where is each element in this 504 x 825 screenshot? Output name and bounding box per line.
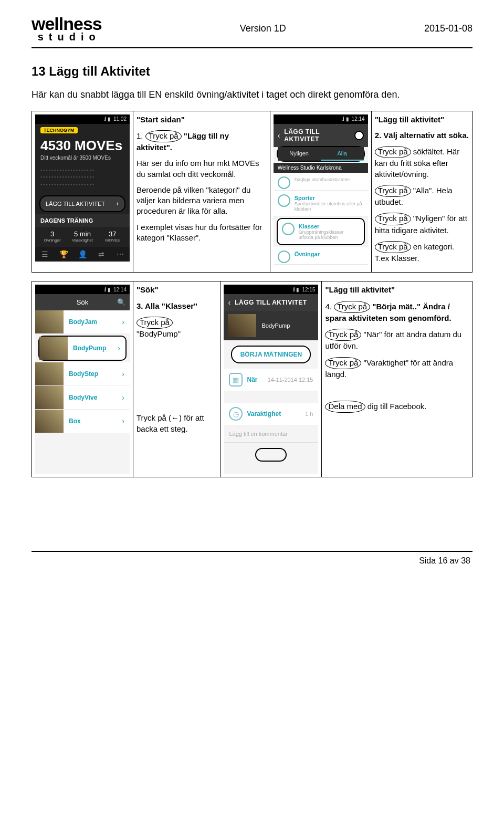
- tab-nyligen[interactable]: Nyligen: [278, 147, 321, 161]
- list-item-sporter[interactable]: Sporter Sportaktiviteter utomhus eller p…: [274, 191, 368, 216]
- search-icon[interactable]: [354, 131, 364, 140]
- oval-annotation: Dela med: [325, 401, 365, 413]
- category-icon: [278, 250, 290, 263]
- oval-annotation: Tryck på: [325, 329, 361, 341]
- back-icon[interactable]: ‹: [278, 131, 280, 140]
- signal-icon: .ıll: [104, 287, 105, 293]
- tab-alla[interactable]: Alla: [321, 147, 364, 161]
- list-item[interactable]: BodyJam›: [35, 310, 130, 334]
- oval-annotation: Tryck på: [145, 130, 182, 142]
- calendar-icon: ▦: [229, 373, 243, 387]
- screen-title: LÄGG TILL AKTIVITET: [235, 299, 314, 306]
- oval-annotation: Tryck på: [136, 317, 173, 329]
- logo-sub: studio: [32, 31, 102, 43]
- screenshot-detail: .ıll▮12:15 ‹ LÄGG TILL AKTIVITET BodyPum…: [224, 285, 318, 474]
- chevron-right-icon: ›: [122, 370, 130, 378]
- date-label: 2015-01-08: [424, 16, 472, 34]
- tabs: Nyligen Alla: [278, 147, 364, 161]
- header-divider: [32, 47, 472, 48]
- ann4-title: "Lägg till aktivitet": [325, 285, 395, 294]
- screenshot-search: .ıll▮12:14 Sök 🔍 BodyJam› BodyPump› Body…: [35, 285, 130, 474]
- ann1-title: "Start sidan": [136, 115, 185, 124]
- screen-title: LÄGG TILL AKTIVITET: [284, 128, 350, 143]
- battery-icon: ▮: [108, 287, 111, 293]
- when-row[interactable]: ▦ När 14-11-2014 12:15: [224, 369, 318, 391]
- category-icon: [278, 194, 290, 207]
- bottom-nav[interactable]: ☰ 🏆 👤 ⇄ ⋯: [35, 247, 130, 262]
- list-item-bodypump[interactable]: BodyPump›: [38, 336, 127, 361]
- back-icon[interactable]: ‹: [228, 298, 230, 307]
- share-icon[interactable]: [255, 448, 287, 462]
- signal-icon: .ıll: [342, 116, 343, 122]
- intro-text: Här kan du snabbt lägga till EN enskild …: [32, 89, 472, 100]
- instruction-grid-2: .ıll▮12:14 Sök 🔍 BodyJam› BodyPump› Body…: [32, 281, 472, 477]
- thumb-icon: [35, 410, 64, 433]
- add-activity-label: LÄGG TILL AKTIVITET: [46, 201, 105, 207]
- battery-icon: ▮: [346, 116, 349, 122]
- signal-icon: .ıll: [292, 287, 293, 293]
- signal-icon: .ıll: [104, 116, 105, 122]
- gym-name: Wellness Studio Karlskrona: [274, 163, 368, 173]
- back-note: Tryck på (←) för att backa ett steg.: [136, 413, 217, 434]
- search-title: Sök: [77, 298, 88, 306]
- chevron-right-icon: ›: [122, 318, 130, 326]
- list-item[interactable]: Dagliga utomhusaktiviteter: [274, 173, 368, 191]
- plus-icon: +: [116, 201, 119, 207]
- page-heading: 13 Lägg till Aktivitet: [32, 64, 472, 79]
- screenshot-start: .ıll▮11:02 TECHNOGYM 4530 MOVEs Ditt vec…: [35, 114, 130, 262]
- thumb-icon: [35, 310, 64, 333]
- thumb-icon: [35, 362, 64, 385]
- chevron-right-icon: ›: [122, 417, 130, 425]
- instruction-grid-1: .ıll▮11:02 TECHNOGYM 4530 MOVEs Ditt vec…: [32, 111, 472, 273]
- list-item[interactable]: BodyVive›: [35, 386, 130, 410]
- list-item-ovningar[interactable]: Övningar: [274, 247, 368, 265]
- oval-annotation: Tryck på: [325, 357, 361, 369]
- selected-activity: BodyPump: [224, 311, 318, 340]
- status-time: 12:14: [352, 116, 365, 122]
- list-item-klasser[interactable]: Klasser Gruppträningsklasser utförda på …: [277, 218, 365, 245]
- nav-icon-1[interactable]: ☰: [35, 247, 54, 262]
- thumb-icon: [228, 314, 256, 337]
- oval-annotation: Tryck på: [375, 146, 411, 158]
- battery-icon: ▮: [296, 287, 299, 293]
- ann2-title: "Lägg till aktivitet": [375, 115, 445, 124]
- thumb-icon: [39, 337, 68, 360]
- category-icon: [278, 176, 290, 189]
- version-label: Version 1D: [240, 16, 286, 34]
- comment-field[interactable]: Lägg till en kommentar: [224, 425, 318, 442]
- logo-main: wellness: [32, 16, 102, 32]
- nav-icon-2[interactable]: 🏆: [54, 247, 73, 262]
- clock-icon: ◷: [229, 407, 243, 421]
- status-time: 12:14: [113, 287, 127, 293]
- list-item[interactable]: Box›: [35, 410, 130, 433]
- start-measure-button[interactable]: BÖRJA MÄTNINGEN: [231, 346, 311, 363]
- duration-row[interactable]: ◷ Varaktighet 1 h: [224, 403, 318, 425]
- chevron-right-icon: ›: [118, 344, 125, 352]
- list-item[interactable]: BodyStep›: [35, 362, 130, 386]
- chevron-right-icon: ›: [122, 393, 130, 402]
- screenshot-add-activity: .ıll▮12:14 ‹ LÄGG TILL AKTIVITET Nyligen…: [274, 114, 368, 265]
- brand-badge: TECHNOGYM: [40, 127, 78, 133]
- oval-annotation: Tryck på: [334, 301, 370, 313]
- logo: wellness studio: [32, 16, 102, 43]
- ann3-title: "Sök": [136, 285, 159, 294]
- share-bar: [224, 442, 318, 465]
- add-activity-button[interactable]: LÄGG TILL AKTIVITET +: [39, 195, 125, 212]
- footer-divider: [32, 551, 472, 552]
- category-icon: [282, 223, 295, 235]
- nav-icon-5[interactable]: ⋯: [111, 247, 130, 262]
- training-stats: 3Övningar 5 minVaraktighet 37MOVEs: [35, 227, 130, 247]
- oval-annotation: Tryck på: [375, 241, 411, 253]
- status-time: 12:15: [302, 287, 315, 293]
- moves-count: 4530 MOVEs: [35, 133, 130, 154]
- nav-icon-4[interactable]: ⇄: [92, 247, 111, 262]
- oval-annotation: Tryck på: [375, 185, 411, 197]
- progress-dots: ▪▪▪▪▪▪▪▪▪▪▪▪▪▪▪▪▪▪▪▪▪▪▪▪▪▪▪▪▪▪▪▪▪▪▪▪▪▪▪▪…: [35, 165, 130, 194]
- battery-icon: ▮: [108, 116, 111, 122]
- thumb-icon: [35, 386, 64, 409]
- oval-annotation: Tryck på: [375, 213, 411, 225]
- nav-icon-3[interactable]: 👤: [73, 247, 92, 262]
- search-icon[interactable]: 🔍: [117, 298, 125, 306]
- moves-goal: Ditt veckomål är 3500 MOVEs: [35, 154, 130, 165]
- page-number: Sida 16 av 38: [32, 556, 472, 566]
